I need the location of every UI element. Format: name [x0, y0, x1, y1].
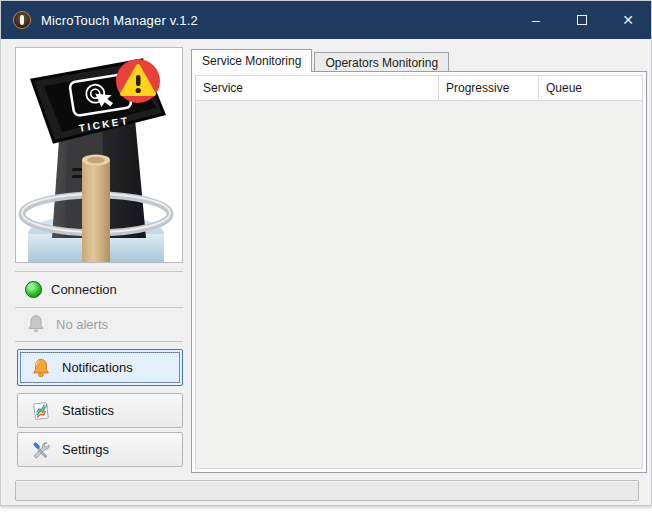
tab-operators-monitoring-label: Operators Monitoring: [325, 56, 438, 70]
column-header-service[interactable]: Service: [196, 76, 439, 100]
app-icon: [13, 11, 31, 29]
connection-status: Connection: [25, 278, 117, 300]
tab-strip: Service Monitoring Operators Monitoring: [191, 49, 449, 72]
title-bar: MicroTouch Manager v.1.2 – ✕: [1, 1, 651, 39]
close-button[interactable]: ✕: [605, 1, 651, 39]
tab-service-monitoring-label: Service Monitoring: [202, 54, 301, 68]
maximize-icon: [577, 15, 587, 25]
services-table: Service Progressive Queue: [195, 75, 643, 469]
column-header-progressive[interactable]: Progressive: [439, 76, 539, 100]
column-header-service-label: Service: [203, 81, 243, 95]
divider: [15, 341, 183, 342]
kiosk-image: TICKET: [15, 47, 183, 263]
statistics-button[interactable]: Statistics: [17, 393, 183, 428]
window-title: MicroTouch Manager v.1.2: [41, 13, 198, 28]
kiosk-illustration: TICKET: [16, 48, 182, 262]
bell-muted-icon: [25, 313, 47, 335]
statistics-label: Statistics: [62, 403, 114, 418]
tab-operators-monitoring[interactable]: Operators Monitoring: [314, 52, 449, 72]
connection-label: Connection: [51, 282, 117, 297]
notifications-label: Notifications: [62, 360, 133, 375]
settings-button[interactable]: Settings: [17, 432, 183, 467]
settings-label: Settings: [62, 442, 109, 457]
divider: [15, 307, 183, 308]
tab-service-monitoring[interactable]: Service Monitoring: [191, 49, 312, 72]
column-header-queue[interactable]: Queue: [539, 76, 642, 100]
window-controls: – ✕: [513, 1, 651, 39]
minimize-button[interactable]: –: [513, 1, 559, 39]
close-icon: ✕: [622, 12, 634, 28]
table-header-row: Service Progressive Queue: [196, 76, 642, 101]
connection-led-icon: [25, 281, 42, 298]
chart-icon: [30, 400, 52, 422]
notifications-button[interactable]: Notifications: [17, 349, 183, 386]
warning-badge: [116, 59, 160, 103]
no-alerts-label: No alerts: [56, 317, 108, 332]
maximize-button[interactable]: [559, 1, 605, 39]
column-header-progressive-label: Progressive: [446, 81, 509, 95]
bell-icon: [30, 357, 52, 379]
service-monitoring-panel: Service Progressive Queue: [191, 71, 647, 473]
alerts-status: No alerts: [25, 313, 108, 335]
column-header-queue-label: Queue: [546, 81, 582, 95]
table-body-empty: [196, 101, 642, 468]
tools-icon: [30, 439, 52, 461]
status-bar: [15, 480, 639, 501]
divider: [15, 271, 183, 272]
minimize-icon: –: [532, 12, 540, 28]
app-window: MicroTouch Manager v.1.2 – ✕: [0, 0, 652, 506]
